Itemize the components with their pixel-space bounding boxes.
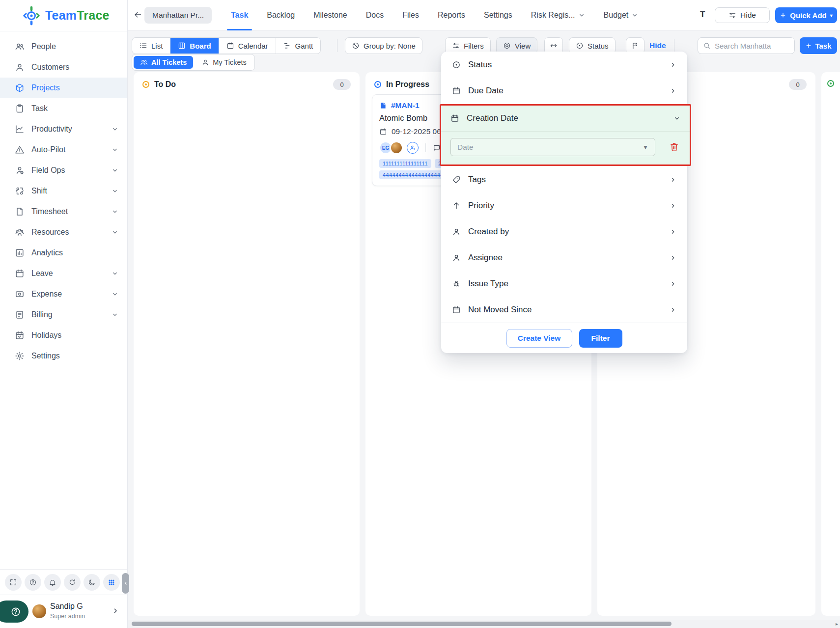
dark-mode-button[interactable]	[84, 574, 100, 591]
search-input[interactable]	[715, 42, 788, 50]
clipboard-icon	[15, 104, 25, 113]
add-assignee-button[interactable]	[407, 142, 419, 154]
avatar-lion[interactable]	[390, 141, 403, 154]
filter-row-not-moved-since[interactable]: Not Moved Since	[441, 297, 687, 323]
board-icon	[178, 42, 186, 50]
add-task-button[interactable]: Task	[800, 37, 837, 54]
chevron-right-icon	[670, 280, 676, 287]
calendar-icon	[226, 42, 234, 50]
help-button[interactable]	[25, 574, 41, 591]
date-select[interactable]: Date ▼	[450, 138, 655, 156]
tab-backlog[interactable]: Backlog	[267, 0, 295, 30]
sidebar-item-expense[interactable]: Expense	[0, 284, 127, 304]
filters-dropdown-panel: Status Due Date Creation Date Date ▼	[441, 52, 687, 353]
sidebar-item-projects[interactable]: Projects	[0, 78, 127, 98]
filter-row-issue-type[interactable]: Issue Type	[441, 271, 687, 297]
invoice-icon	[15, 310, 25, 320]
user-pin-icon	[15, 165, 25, 175]
chevron-right-icon	[670, 306, 676, 313]
tab-milestone[interactable]: Milestone	[313, 0, 347, 30]
all-tickets-button[interactable]: All Tickets	[134, 56, 193, 69]
tab-docs[interactable]: Docs	[366, 0, 384, 30]
group-by-button[interactable]: Group by: None	[345, 37, 422, 54]
calendar-icon	[15, 269, 25, 278]
sidebar-item-people[interactable]: People	[0, 36, 127, 57]
view-calendar-button[interactable]: Calendar	[219, 38, 276, 54]
filter-row-created-by[interactable]: Created by	[441, 218, 687, 245]
filter-row-assignee[interactable]: Assignee	[441, 245, 687, 271]
tag-pill[interactable]: 1111111111111111	[379, 159, 431, 168]
double-circle-icon	[503, 42, 511, 50]
view-list-button[interactable]: List	[132, 38, 170, 54]
flag-icon	[631, 42, 639, 50]
refresh-button[interactable]	[64, 574, 81, 591]
tab-overflow-letter[interactable]: T	[700, 10, 705, 20]
chevron-down-icon	[112, 146, 118, 153]
column-header: To Do 0	[134, 72, 360, 97]
chevron-right-icon	[670, 228, 676, 235]
sidebar-collapse-handle[interactable]	[122, 573, 129, 594]
trash-icon[interactable]	[669, 142, 679, 152]
tab-task[interactable]: Task	[231, 0, 248, 30]
filter-button[interactable]: Filter	[579, 329, 622, 348]
back-button[interactable]	[134, 10, 142, 19]
refresh-icon	[68, 578, 76, 586]
filter-row-tags[interactable]: Tags	[441, 166, 687, 192]
brand-name: TeamTrace	[45, 8, 110, 23]
sidebar-item-field-ops[interactable]: Field Ops	[0, 160, 127, 181]
chevron-right-icon	[670, 87, 676, 94]
filter-row-priority[interactable]: Priority	[441, 192, 687, 218]
toolbar-divider	[337, 39, 337, 52]
my-tickets-button[interactable]: My Tickets	[195, 56, 252, 69]
sidebar-item-task[interactable]: Task	[0, 98, 127, 119]
notifications-button[interactable]	[44, 574, 61, 591]
fullscreen-button[interactable]	[5, 574, 22, 591]
quick-add-button[interactable]: Quick Add▾	[775, 7, 837, 23]
column-count-badge: 0	[789, 79, 807, 90]
sidebar-item-billing[interactable]: Billing	[0, 304, 127, 325]
column-title: In Progress	[386, 80, 429, 89]
calendar-check-icon	[15, 330, 25, 340]
tab-reports[interactable]: Reports	[438, 0, 465, 30]
chevron-right-icon	[670, 202, 676, 209]
filter-row-status[interactable]: Status	[441, 52, 687, 78]
sidebar-item-settings[interactable]: Settings	[0, 346, 127, 366]
chevron-down-icon	[112, 126, 118, 133]
scroll-right-arrow[interactable]: ▸	[836, 621, 838, 627]
tag-pill[interactable]: 44444444444444444444	[379, 170, 450, 179]
project-chip[interactable]: Manhattan Pr...	[144, 7, 212, 24]
sidebar-item-shift[interactable]: Shift	[0, 181, 127, 201]
sidebar-item-customers[interactable]: Customers	[0, 57, 127, 78]
create-view-button[interactable]: Create View	[506, 329, 572, 348]
tab-files[interactable]: Files	[402, 0, 419, 30]
apps-button[interactable]	[103, 574, 120, 591]
tab-settings[interactable]: Settings	[484, 0, 512, 30]
view-gantt-button[interactable]: Gantt	[276, 38, 321, 54]
scrollbar-thumb[interactable]	[132, 622, 672, 626]
filter-row-creation-date[interactable]: Creation Date	[441, 106, 690, 131]
tab-budget[interactable]: Budget	[604, 0, 639, 30]
person-add-icon	[409, 144, 416, 151]
sidebar-item-holidays[interactable]: Holidays	[0, 325, 127, 346]
sidebar-item-leave[interactable]: Leave	[0, 263, 127, 284]
filter-panel-footer: Create View Filter	[441, 323, 687, 353]
target-icon	[576, 42, 584, 50]
help-widget-button[interactable]	[0, 601, 28, 623]
sidebar-item-resources[interactable]: Resources	[0, 222, 127, 243]
tab-risk-register[interactable]: Risk Regis...	[531, 0, 585, 30]
nav-hide-button[interactable]: Hide	[715, 7, 770, 23]
sidebar-item-analytics[interactable]: Analytics	[0, 243, 127, 263]
chart-bar-icon	[15, 248, 25, 258]
user-row[interactable]: Sandip G Super admin	[0, 595, 127, 628]
card-key[interactable]: #MAN-1	[391, 101, 420, 110]
toolbar-divider	[674, 39, 674, 52]
help-circle-icon	[29, 578, 37, 586]
view-board-button[interactable]: Board	[170, 38, 219, 54]
hide-link[interactable]: Hide	[649, 41, 666, 50]
sidebar-item-auto-pilot[interactable]: Auto-Pilot	[0, 139, 127, 160]
sidebar-item-productivity[interactable]: Productivity	[0, 119, 127, 139]
sidebar-item-timesheet[interactable]: Timesheet	[0, 201, 127, 222]
chevron-right-icon	[112, 607, 119, 615]
filter-row-due-date[interactable]: Due Date	[441, 78, 687, 104]
horizontal-scrollbar[interactable]: ◂ ▸	[123, 620, 840, 628]
